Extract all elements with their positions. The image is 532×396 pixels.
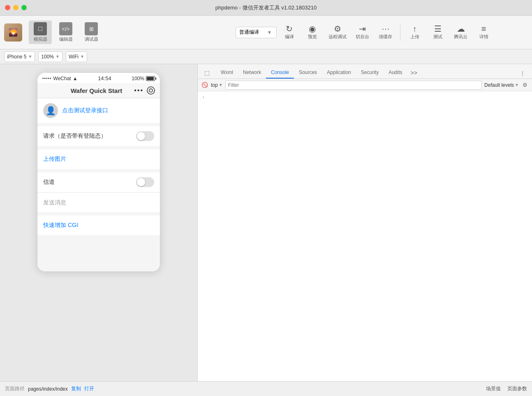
request-label: 请求（是否带有登陆态） xyxy=(43,132,136,140)
bottom-right: 场景值 页面参数 xyxy=(486,385,527,392)
request-toggle[interactable] xyxy=(136,131,154,141)
signal-icon: ••••• xyxy=(42,76,52,81)
cgi-section: 快速增加 CGI xyxy=(37,215,160,235)
battery-fill xyxy=(147,77,154,80)
login-link[interactable]: 点击测试登录接口 xyxy=(62,107,108,114)
editor-label: 编辑器 xyxy=(59,36,73,42)
console-toolbar: 🚫 top ▼ Default levels ▼ ⚙ xyxy=(198,79,532,91)
test-label: 测试 xyxy=(433,34,442,40)
simulator-button[interactable]: □ 模拟器 xyxy=(29,21,52,44)
levels-arrow-icon: ▼ xyxy=(515,83,519,87)
iphone-frame: ••••• WeChat ▲ 14:54 100% Wafer Quick St… xyxy=(37,72,160,272)
network-value: WiFi xyxy=(69,54,79,60)
carrier-label: WeChat xyxy=(53,76,71,81)
simulator-label: 模拟器 xyxy=(34,36,47,42)
tab-console[interactable]: Console xyxy=(266,67,294,79)
toolbar-divider xyxy=(400,24,400,41)
content-area: ••••• WeChat ▲ 14:54 100% Wafer Quick St… xyxy=(0,64,532,381)
window-title: phpdemo - 微信开发者工具 v1.02.1803210 xyxy=(215,4,317,12)
tab-application[interactable]: Application xyxy=(322,67,356,79)
console-chevron-icon[interactable]: › xyxy=(201,93,206,101)
list-item-request: 请求（是否带有登陆态） xyxy=(37,126,160,146)
request-section: 请求（是否带有登陆态） xyxy=(37,126,160,146)
channel-label: 信道 xyxy=(43,178,136,186)
avatar-icon: 🌄 xyxy=(4,23,22,42)
editor-button[interactable]: </> 编辑器 xyxy=(54,21,77,44)
nav-record-icon xyxy=(149,88,153,93)
close-button[interactable] xyxy=(5,5,10,10)
bottom-bar: 页面路径 pages/index/index 复制 打开 场景值 页面参数 xyxy=(0,381,532,396)
cgi-link[interactable]: 快速增加 CGI xyxy=(43,222,78,229)
path-value: pages/index/index xyxy=(28,386,68,392)
maximize-button[interactable] xyxy=(21,5,27,10)
console-levels-select[interactable]: Default levels ▼ xyxy=(484,82,519,88)
nav-title: Wafer Quick Start xyxy=(71,87,122,94)
zoom-arrow-icon: ▼ xyxy=(56,54,60,59)
devtools-panel: ⬚ Wxml Network Console Sources Applicati… xyxy=(197,64,532,381)
tencent-cloud-button[interactable]: ☁ 腾讯云 xyxy=(451,23,471,42)
inspect-icon[interactable]: ⬚ xyxy=(201,67,213,79)
details-button[interactable]: ≡ 详情 xyxy=(474,23,494,42)
preview-icon: ◉ xyxy=(309,25,316,33)
console-context-select[interactable]: top ▼ xyxy=(211,81,223,90)
tab-sources[interactable]: Sources xyxy=(294,67,322,79)
upload-icon: ↑ xyxy=(413,25,417,33)
nav-more-icon[interactable]: ••• xyxy=(134,87,143,94)
nav-record-button[interactable] xyxy=(147,86,155,95)
list-item-send-message: 发送消息 xyxy=(37,192,160,212)
compile-icon: ↻ xyxy=(286,25,293,33)
editor-icon: </> xyxy=(59,22,72,35)
list-item-login[interactable]: 👤 点击测试登录接口 xyxy=(37,98,160,123)
compile-option-label: 普通编译 xyxy=(239,29,259,36)
window-controls xyxy=(5,5,27,10)
copy-link[interactable]: 复制 xyxy=(71,385,81,392)
list-item-cgi[interactable]: 快速增加 CGI xyxy=(37,215,160,235)
avatar-button[interactable]: 🌄 xyxy=(4,23,22,42)
open-link[interactable]: 打开 xyxy=(84,385,94,392)
compile-button[interactable]: ↻ 编译 xyxy=(279,23,300,42)
zoom-select[interactable]: 100% ▼ xyxy=(38,51,62,62)
devtools-tabs: ⬚ Wxml Network Console Sources Applicati… xyxy=(198,64,532,79)
console-content: › xyxy=(198,91,532,381)
battery-percent: 100% xyxy=(132,76,144,81)
console-settings-icon[interactable]: ⚙ xyxy=(521,81,529,89)
test-button[interactable]: ☰ 测试 xyxy=(428,23,448,42)
simulator-icon: □ xyxy=(34,22,47,35)
nav-actions: ••• xyxy=(134,86,155,95)
status-time: 14:54 xyxy=(98,75,111,81)
console-clear-button[interactable]: 🚫 xyxy=(201,81,208,89)
compile-select[interactable]: 普通编译 ▼ xyxy=(236,27,277,38)
backend-button[interactable]: ⇥ 切后台 xyxy=(352,23,373,42)
backend-icon: ⇥ xyxy=(359,25,366,33)
preview-button[interactable]: ◉ 预览 xyxy=(302,23,323,42)
tencent-cloud-label: 腾讯云 xyxy=(454,34,467,40)
tab-wxml[interactable]: Wxml xyxy=(216,67,238,79)
channel-toggle-knob xyxy=(137,178,145,186)
status-left: ••••• WeChat ▲ xyxy=(42,76,78,81)
tencent-cloud-icon: ☁ xyxy=(457,25,465,33)
debugger-button[interactable]: ⊞ 调试器 xyxy=(80,21,103,44)
page-params-button[interactable]: 页面参数 xyxy=(507,385,527,392)
tab-audits[interactable]: Audits xyxy=(384,67,407,79)
toolbar-left: 🌄 □ 模拟器 </> 编辑器 ⊞ 调试器 xyxy=(4,21,201,44)
list-item-upload[interactable]: 上传图片 xyxy=(37,149,160,169)
remote-debug-button[interactable]: ⚙ 远程调试 xyxy=(325,23,350,42)
console-filter-input[interactable] xyxy=(225,81,482,90)
compile-select-arrow-icon: ▼ xyxy=(267,30,272,35)
tab-security[interactable]: Security xyxy=(356,67,384,79)
scene-value-button[interactable]: 场景值 xyxy=(486,385,501,392)
channel-toggle[interactable] xyxy=(136,177,154,187)
upload-button[interactable]: ↑ 上传 xyxy=(405,23,425,42)
avatar: 👤 xyxy=(43,103,58,118)
app-content: 👤 点击测试登录接口 请求（是否带有登陆态） xyxy=(37,98,160,271)
clear-cache-button[interactable]: ⋯ 清缓存 xyxy=(375,23,396,42)
network-select[interactable]: WiFi ▼ xyxy=(66,51,87,62)
tab-network[interactable]: Network xyxy=(238,67,266,79)
more-tabs-button[interactable]: >> xyxy=(407,67,421,79)
tool-icons: □ 模拟器 </> 编辑器 ⊞ 调试器 xyxy=(29,21,103,44)
upload-link[interactable]: 上传图片 xyxy=(43,155,66,163)
devtools-settings-icon[interactable]: ⋮ xyxy=(516,69,529,79)
compile-action-label: 编译 xyxy=(285,34,294,40)
minimize-button[interactable] xyxy=(13,5,19,10)
device-select[interactable]: iPhone 5 ▼ xyxy=(4,51,35,62)
